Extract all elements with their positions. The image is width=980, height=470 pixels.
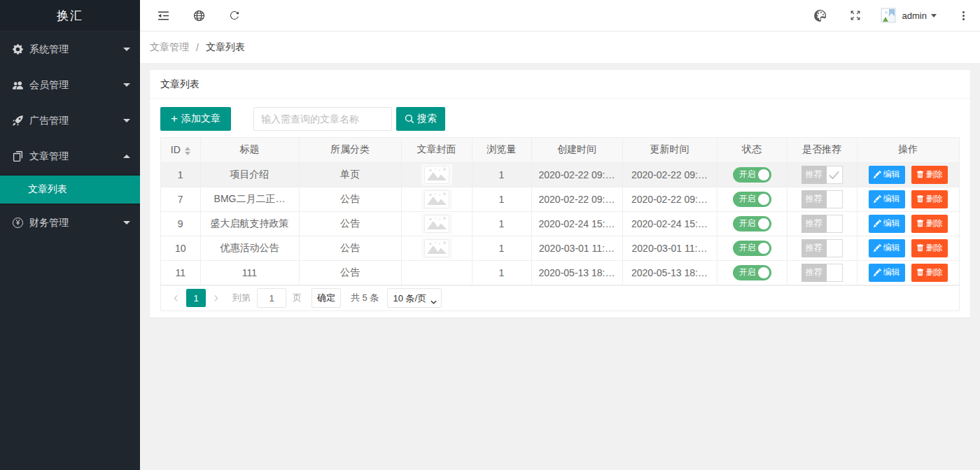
cell-category: 公告: [299, 187, 401, 211]
edit-button[interactable]: 编辑: [869, 239, 905, 257]
chevron-down-icon: [123, 119, 130, 122]
chevron-down-icon[interactable]: [931, 14, 937, 17]
sidebar-item-system[interactable]: 系统管理: [0, 31, 140, 67]
delete-button[interactable]: 删除: [911, 166, 948, 184]
cell-views: 1: [472, 211, 531, 236]
confirm-page-button[interactable]: 确定: [312, 288, 341, 308]
cell-created: 2020-02-22 09:…: [531, 162, 622, 187]
sidebar-item-label: 文章列表: [28, 183, 67, 196]
cell-title: 111: [200, 260, 299, 285]
sidebar-item-label: 财务管理: [29, 217, 69, 229]
cell-updated: 2020-05-13 18:…: [622, 260, 717, 285]
recommend-checkbox[interactable]: 推荐: [802, 215, 843, 233]
status-toggle[interactable]: 开启: [733, 216, 771, 232]
cell-recommend: 推荐: [787, 260, 857, 285]
col-recommend: 是否推荐: [787, 138, 857, 162]
username[interactable]: admin: [902, 10, 927, 21]
edit-button[interactable]: 编辑: [869, 215, 905, 233]
page-number-input[interactable]: [257, 288, 286, 308]
chevron-up-icon: [123, 155, 130, 158]
table-row: 11111公告12020-05-13 18:…2020-05-13 18:…开启…: [161, 260, 959, 285]
cell-created: 2020-05-13 18:…: [531, 260, 622, 285]
search-input[interactable]: [253, 107, 392, 131]
cell-title: 优惠活动公告: [200, 236, 299, 260]
col-views: 浏览量: [472, 138, 531, 162]
col-id[interactable]: ID: [161, 138, 200, 162]
delete-button[interactable]: 删除: [911, 215, 948, 233]
card-title: 文章列表: [150, 70, 970, 99]
theme-palette-icon[interactable]: [808, 0, 832, 31]
cell-updated: 2020-02-22 09:…: [622, 162, 717, 187]
trash-icon: [916, 220, 924, 227]
cell-title: BMG二月二正…: [200, 187, 299, 211]
fullscreen-icon[interactable]: [844, 0, 867, 31]
article-list-card: 文章列表 + 添加文章 搜索: [150, 70, 970, 318]
cell-id: 10: [161, 236, 200, 260]
yen-icon: ¥: [13, 218, 23, 229]
col-title: 标题: [200, 138, 299, 162]
next-page-icon[interactable]: [212, 294, 220, 302]
gear-icon: [13, 44, 23, 55]
sidebar-item-finance[interactable]: ¥ 财务管理: [0, 205, 140, 241]
delete-button[interactable]: 删除: [911, 264, 948, 282]
pencil-icon: [874, 195, 881, 203]
pencil-icon: [874, 269, 881, 276]
search-icon: [405, 114, 414, 124]
status-toggle[interactable]: 开启: [733, 167, 771, 183]
breadcrumb-parent[interactable]: 文章管理: [150, 41, 189, 54]
collapse-menu-icon[interactable]: [151, 0, 175, 31]
rocket-icon: [13, 115, 23, 127]
cell-id: 1: [161, 162, 200, 187]
search-button[interactable]: 搜索: [396, 107, 445, 131]
status-toggle[interactable]: 开启: [733, 192, 771, 207]
cell-views: 1: [472, 162, 531, 187]
sidebar-submenu: 文章列表: [0, 174, 140, 205]
sidebar-item-label: 文章管理: [29, 150, 69, 163]
cover-thumbnail[interactable]: [421, 213, 452, 234]
page-size-select[interactable]: 10 条/页: [387, 288, 442, 308]
goto-label: 到第: [232, 292, 251, 304]
recommend-checkbox[interactable]: 推荐: [802, 166, 843, 184]
sidebar-item-label: 会员管理: [29, 79, 69, 92]
cell-category: 公告: [299, 260, 401, 285]
cover-thumbnail[interactable]: [421, 238, 452, 259]
sort-icon[interactable]: [185, 147, 190, 155]
cell-status: 开启: [717, 211, 787, 236]
chevron-down-icon: [123, 83, 130, 87]
prev-page-icon[interactable]: [172, 294, 180, 302]
status-toggle[interactable]: 开启: [733, 241, 771, 256]
avatar[interactable]: [880, 7, 897, 24]
delete-button[interactable]: 删除: [911, 239, 948, 257]
edit-button[interactable]: 编辑: [869, 166, 905, 184]
cell-status: 开启: [717, 162, 787, 187]
cover-thumbnail[interactable]: [421, 164, 452, 185]
trash-icon: [916, 171, 924, 178]
sidebar-item-ads[interactable]: 广告管理: [0, 103, 140, 138]
recommend-checkbox[interactable]: 推荐: [802, 264, 843, 282]
edit-button[interactable]: 编辑: [869, 264, 905, 282]
image-placeholder-icon: [424, 190, 449, 208]
more-menu-icon[interactable]: [956, 11, 970, 20]
trash-icon: [916, 195, 924, 203]
status-toggle[interactable]: 开启: [733, 265, 771, 280]
col-created: 创建时间: [531, 138, 622, 162]
sidebar-item-article-list[interactable]: 文章列表: [0, 176, 140, 204]
cover-thumbnail[interactable]: [421, 189, 452, 210]
recommend-checkbox[interactable]: 推荐: [802, 190, 843, 208]
recommend-checkbox[interactable]: 推荐: [802, 239, 843, 257]
breadcrumb: 文章管理 / 文章列表: [140, 31, 980, 63]
add-article-button[interactable]: + 添加文章: [160, 107, 231, 131]
users-icon: [13, 80, 23, 91]
breadcrumb-separator: /: [196, 42, 199, 53]
delete-button[interactable]: 删除: [911, 190, 948, 208]
app-logo: 换汇: [0, 0, 140, 31]
cell-created: 2020-03-01 11:…: [531, 236, 622, 260]
sidebar-item-label: 系统管理: [29, 43, 69, 56]
refresh-icon[interactable]: [223, 0, 246, 31]
edit-button[interactable]: 编辑: [869, 190, 905, 208]
pencil-icon: [874, 244, 881, 252]
globe-icon[interactable]: [187, 0, 211, 31]
current-page[interactable]: 1: [186, 289, 206, 307]
sidebar-item-articles[interactable]: 文章管理: [0, 138, 140, 174]
sidebar-item-members[interactable]: 会员管理: [0, 67, 140, 103]
